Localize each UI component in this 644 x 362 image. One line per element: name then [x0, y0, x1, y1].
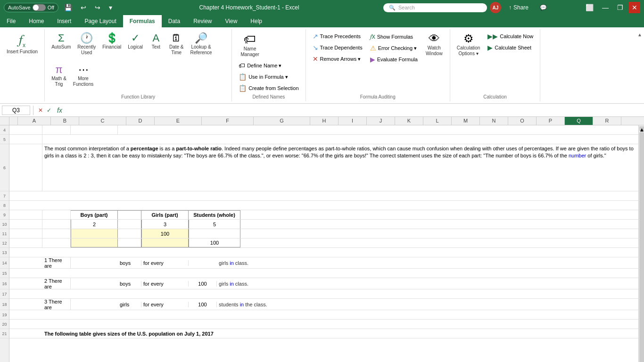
scroll-thumb[interactable]	[639, 132, 644, 362]
cell-reference-box[interactable]: Q3	[2, 106, 30, 115]
user-avatar[interactable]: AJ	[490, 2, 501, 13]
cell-D9[interactable]	[118, 210, 141, 219]
cell-D16[interactable]: boys	[118, 281, 141, 287]
evaluate-formula-button[interactable]: ▶ Evaluate Formula	[367, 54, 421, 65]
cell-E11[interactable]: 100	[141, 229, 189, 238]
cell-A9[interactable]	[9, 210, 42, 219]
text-button[interactable]: A Text	[147, 31, 165, 52]
calculate-sheet-button[interactable]: ▶ Calculate Sheet	[485, 42, 536, 53]
cell-E18[interactable]: for every	[141, 302, 189, 307]
insert-function-button[interactable]: 𝑓x Insert Function	[4, 31, 41, 57]
cell-E16[interactable]: for every	[141, 281, 189, 287]
share-button[interactable]: ↑ Share	[504, 2, 533, 13]
cell-B21[interactable]: The following table gives sizes of the U…	[42, 331, 638, 337]
cell-rest-20[interactable]	[9, 320, 638, 329]
cell-F9[interactable]: Students (whole)	[189, 210, 240, 219]
tab-home[interactable]: Home	[22, 15, 50, 27]
cell-E14[interactable]: for every	[141, 260, 189, 266]
cell-C11[interactable]	[71, 229, 118, 238]
cell-D14[interactable]: boys	[118, 260, 141, 266]
cell-F12[interactable]: 100	[189, 239, 240, 247]
calculation-options-button[interactable]: ⚙ CalculationOptions ▾	[454, 31, 483, 58]
autosave-switch[interactable]	[33, 4, 46, 11]
cell-D12[interactable]	[118, 239, 141, 247]
main-grid[interactable]: The most common interpretation of a perc…	[9, 125, 638, 362]
cell-F18[interactable]: 100	[189, 302, 217, 307]
tab-page-layout[interactable]: Page Layout	[78, 15, 123, 27]
cell-F16[interactable]: 100	[189, 281, 217, 287]
cell-E12[interactable]	[141, 239, 189, 247]
cell-rest-12[interactable]	[240, 239, 638, 247]
error-checking-button[interactable]: ⚠ Error Checking ▾	[367, 43, 421, 53]
cell-A12[interactable]	[9, 239, 42, 247]
remove-arrows-button[interactable]: ✕ Remove Arrows ▾	[310, 54, 365, 64]
cell-B14[interactable]: 1 There are	[42, 257, 71, 269]
cell-rest-4[interactable]	[118, 125, 638, 134]
ribbon-collapse[interactable]: ▲	[636, 29, 644, 101]
show-formulas-button[interactable]: 𝑓x Show Formulas	[367, 31, 421, 42]
create-from-selection-button[interactable]: 📋 Create from Selection	[236, 83, 301, 93]
cell-A6[interactable]	[9, 144, 42, 191]
cell-rest-11[interactable]	[240, 229, 638, 238]
undo-button[interactable]: ↩	[78, 2, 89, 13]
tab-review[interactable]: Review	[187, 15, 218, 27]
comments-button[interactable]: 💬 Comments	[536, 2, 580, 13]
cell-C12[interactable]	[71, 239, 118, 247]
cell-G14[interactable]: girls in class.	[217, 260, 638, 266]
cell-B12[interactable]	[42, 239, 71, 247]
trace-precedents-button[interactable]: ↗ Trace Precedents	[310, 31, 365, 41]
ribbon-display-button[interactable]: ⬜	[583, 2, 596, 13]
tab-data[interactable]: Data	[162, 15, 187, 27]
cell-rest-10[interactable]	[240, 220, 638, 229]
cell-B9[interactable]	[42, 210, 71, 219]
cell-B4[interactable]	[42, 125, 71, 134]
autosum-button[interactable]: Σ AutoSum	[49, 31, 74, 52]
trace-dependents-button[interactable]: ↘ Trace Dependents	[310, 42, 365, 53]
cell-D10[interactable]	[118, 220, 141, 229]
tab-help[interactable]: Help	[244, 15, 269, 27]
cell-B16[interactable]: 2 There are	[42, 278, 71, 289]
cell-A11[interactable]	[9, 229, 42, 238]
vertical-scrollbar[interactable]: ▲ ▼	[638, 125, 644, 362]
cell-F11[interactable]	[189, 229, 240, 238]
cell-C4[interactable]	[71, 125, 118, 134]
tab-file[interactable]: File	[0, 15, 22, 27]
cell-F10[interactable]: 5	[189, 220, 240, 229]
cell-D18[interactable]: girls	[118, 302, 141, 307]
cell-C10[interactable]: 2	[71, 220, 118, 229]
cell-rest-9[interactable]	[240, 210, 638, 219]
cell-A4[interactable]	[9, 125, 42, 134]
cell-A10[interactable]	[9, 220, 42, 229]
math-trig-button[interactable]: π Math &Trig	[49, 63, 69, 89]
cell-rest-13[interactable]	[9, 248, 638, 257]
formula-input[interactable]	[66, 106, 642, 115]
tab-insert[interactable]: Insert	[50, 15, 78, 27]
cell-G18[interactable]: students in the class.	[217, 302, 638, 307]
save-button[interactable]: 💾	[61, 2, 75, 13]
cell-G16[interactable]: girls in class.	[217, 281, 638, 287]
cell-rest-19[interactable]	[9, 310, 638, 319]
cell-E9[interactable]: Girls (part)	[141, 210, 189, 219]
recently-used-button[interactable]: 🕐 RecentlyUsed	[74, 31, 99, 58]
tab-formulas[interactable]: Formulas	[123, 15, 162, 27]
global-search[interactable]: 🔍 Search	[383, 3, 487, 12]
maximize-button[interactable]: ❐	[614, 2, 626, 13]
cell-A5[interactable]	[9, 135, 42, 144]
calculate-now-button[interactable]: ▶▶ Calculate Now	[485, 31, 536, 41]
cell-rest-17[interactable]	[9, 289, 638, 298]
more-functions-button[interactable]: ⋯ MoreFunctions	[70, 63, 96, 89]
tab-view[interactable]: View	[219, 15, 244, 27]
formula-cancel-button[interactable]: ✕	[36, 107, 45, 114]
financial-button[interactable]: 💲 Financial	[99, 31, 124, 52]
cell-B6-merged[interactable]: The most common interpretation of a perc…	[42, 144, 638, 191]
scroll-up-arrow[interactable]: ▲	[639, 126, 644, 131]
watch-window-button[interactable]: 👁 WatchWindow	[422, 31, 446, 58]
customize-qat-button[interactable]: ▾	[106, 2, 115, 13]
define-name-button[interactable]: 🏷 Define Name ▾	[236, 60, 284, 71]
autosave-toggle[interactable]: AutoSave Off	[4, 3, 58, 12]
date-time-button[interactable]: 🗓 Date &Time	[166, 31, 187, 58]
close-button[interactable]: ✕	[629, 2, 640, 13]
use-in-formula-button[interactable]: 📋 Use in Formula ▾	[236, 72, 291, 82]
cell-B10[interactable]	[42, 220, 71, 229]
cell-B18[interactable]: 3 There are	[42, 299, 71, 310]
